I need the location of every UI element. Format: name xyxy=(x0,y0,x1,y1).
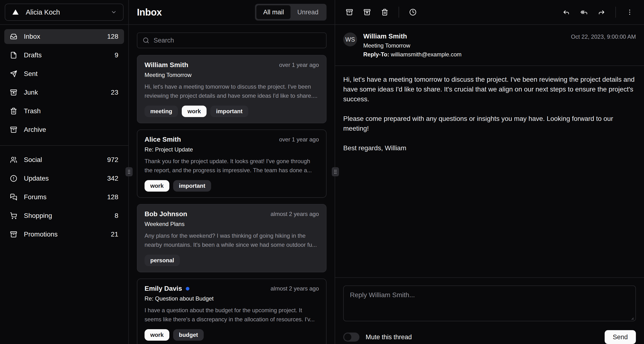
mute-thread-toggle[interactable] xyxy=(343,332,360,341)
reply-icon xyxy=(563,9,570,16)
archive-x-icon xyxy=(364,9,371,16)
sidebar-item-junk[interactable]: Junk 23 xyxy=(4,85,124,100)
sidebar-item-count: 128 xyxy=(107,193,118,201)
sidebar-item-count: 9 xyxy=(114,51,118,59)
mail-subject: Meeting Tomorrow xyxy=(144,72,319,78)
reply-all-button[interactable] xyxy=(576,5,592,20)
tag-badge: important xyxy=(173,180,211,192)
message-reply-to: Reply-To: williamsmith@example.com xyxy=(363,51,462,58)
sidebar-item-inbox[interactable]: Inbox 128 xyxy=(4,29,124,44)
forward-button[interactable] xyxy=(594,5,609,20)
sidebar-item-count: 128 xyxy=(107,33,118,40)
sidebar-item-count: 21 xyxy=(111,231,118,238)
mail-list-item-alice[interactable]: Alice Smith over 1 year ago Re: Project … xyxy=(137,129,326,198)
tag-badge: work xyxy=(144,180,169,192)
reply-to-email: williamsmith@example.com xyxy=(391,51,462,58)
account-name: Alicia Koch xyxy=(26,8,60,16)
mail-sender: Bob Johnson xyxy=(144,210,187,218)
tab-all-mail[interactable]: All mail xyxy=(256,5,290,19)
archive-icon xyxy=(10,231,17,238)
mail-badges: personal xyxy=(144,255,319,266)
reply-section: Mute this thread Send xyxy=(335,277,644,344)
sidebar-item-updates[interactable]: Updates 342 xyxy=(4,171,124,186)
search-input[interactable] xyxy=(154,37,321,44)
snooze-button[interactable] xyxy=(405,5,420,20)
sidebar-header: Alicia Koch xyxy=(0,0,128,25)
reply-to-label: Reply-To: xyxy=(363,51,389,58)
sidebar-item-label: Junk xyxy=(24,89,38,96)
sidebar-item-label: Shopping xyxy=(24,212,52,220)
sidebar-item-promotions[interactable]: Promotions 21 xyxy=(4,227,124,242)
sidebar-item-forums[interactable]: Forums 128 xyxy=(4,190,124,205)
sidebar-item-drafts[interactable]: Drafts 9 xyxy=(4,48,124,63)
search-box xyxy=(137,33,326,48)
message-date: Oct 22, 2023, 9:00:00 AM xyxy=(571,33,636,40)
resize-handle-icon[interactable] xyxy=(629,315,634,320)
sidebar-item-trash[interactable]: Trash xyxy=(4,104,124,118)
sidebar-item-label: Promotions xyxy=(24,231,58,238)
sidebar-item-label: Archive xyxy=(24,126,46,133)
mail-list: William Smith over 1 year ago Meeting To… xyxy=(129,54,335,344)
unread-dot-icon xyxy=(186,287,190,290)
search-area xyxy=(129,25,335,54)
sidebar-item-label: Forums xyxy=(24,193,46,201)
mail-list-item-william[interactable]: William Smith over 1 year ago Meeting To… xyxy=(137,55,326,123)
archive-icon xyxy=(10,126,17,133)
message-subject: Meeting Tomorrow xyxy=(363,42,462,49)
mail-detail-panel: WS William Smith Meeting Tomorrow Reply-… xyxy=(335,0,644,344)
toggle-thumb xyxy=(344,333,351,341)
more-menu-button[interactable] xyxy=(622,5,637,20)
reply-all-icon xyxy=(580,9,588,16)
sidebar-item-label: Updates xyxy=(24,175,49,182)
detail-toolbar xyxy=(335,0,644,25)
more-vertical-icon xyxy=(626,9,633,16)
mail-preview: Any plans for the weekend? I was thinkin… xyxy=(144,231,319,249)
inbox-icon xyxy=(10,33,17,40)
toolbar-divider xyxy=(398,7,399,18)
mail-list-item-bob[interactable]: Bob Johnson almost 2 years ago Weekend P… xyxy=(137,204,326,272)
panel-resize-handle-right[interactable] xyxy=(332,167,339,176)
tag-badge: important xyxy=(210,106,248,117)
account-switcher[interactable]: Alicia Koch xyxy=(5,4,124,21)
sidebar-item-label: Drafts xyxy=(24,51,42,59)
send-button[interactable]: Send xyxy=(605,330,636,344)
archive-button[interactable] xyxy=(342,5,357,20)
mail-badges: work important xyxy=(144,180,319,192)
mail-preview: I have a question about the budget for t… xyxy=(144,306,319,324)
archive-x-icon xyxy=(10,89,17,96)
send-icon xyxy=(10,70,17,77)
panel-resize-handle-left[interactable] xyxy=(126,167,132,176)
reply-button[interactable] xyxy=(558,5,574,20)
mail-sender: Alice Smith xyxy=(144,136,181,143)
mail-time: over 1 year ago xyxy=(279,136,319,143)
mail-list-panel: Inbox All mail Unread William Smith over… xyxy=(129,0,335,344)
avatar: WS xyxy=(343,33,357,46)
move-to-junk-button[interactable] xyxy=(360,5,375,20)
sidebar-item-archive[interactable]: Archive xyxy=(4,122,124,137)
sidebar-nav-secondary: Social 972 Updates 342 Forums 128 xyxy=(0,148,128,248)
sidebar-section-divider xyxy=(0,145,128,146)
tag-badge: work xyxy=(182,106,206,117)
reply-textarea[interactable] xyxy=(343,285,636,321)
grip-vertical-icon xyxy=(126,169,132,175)
tag-badge: meeting xyxy=(144,106,178,117)
mail-sender: William Smith xyxy=(144,61,188,69)
sidebar-item-label: Social xyxy=(24,156,42,164)
sidebar-item-shopping[interactable]: Shopping 8 xyxy=(4,208,124,223)
clock-icon xyxy=(409,9,416,16)
mail-badges: meeting work important xyxy=(144,106,319,117)
tag-badge: budget xyxy=(173,329,204,341)
sidebar-item-count: 8 xyxy=(114,212,118,220)
message-header: WS William Smith Meeting Tomorrow Reply-… xyxy=(335,25,644,66)
delete-button[interactable] xyxy=(377,5,392,20)
body-paragraph: Best regards, William xyxy=(343,143,636,153)
sidebar-item-sent[interactable]: Sent xyxy=(4,66,124,81)
mail-list-item-emily[interactable]: Emily Davis almost 2 years ago Re: Quest… xyxy=(137,279,326,344)
sidebar-item-count: 342 xyxy=(107,175,118,182)
sidebar-item-social[interactable]: Social 972 xyxy=(4,152,124,167)
alert-circle-icon xyxy=(10,175,17,182)
tab-unread[interactable]: Unread xyxy=(290,5,325,19)
list-header: Inbox All mail Unread xyxy=(129,0,335,25)
sidebar-item-label: Inbox xyxy=(24,33,40,40)
sidebar-item-label: Trash xyxy=(24,107,41,115)
